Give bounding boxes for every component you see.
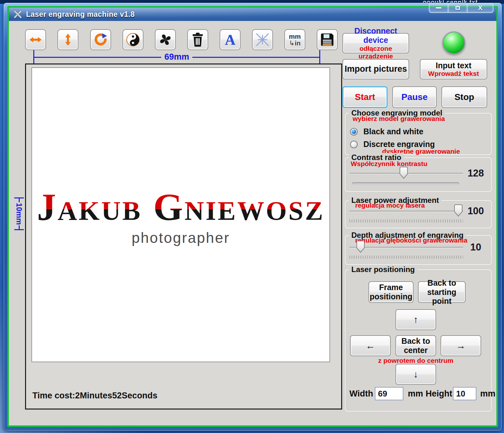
flip-horizontal-button[interactable] [25, 29, 46, 50]
save-icon [320, 32, 335, 47]
input-text-translation: Wprowadź tekst [428, 70, 479, 77]
arrow-down-icon: ↓ [414, 369, 418, 380]
invert-button[interactable] [123, 29, 143, 50]
size-row: Width mm Height mm [346, 387, 491, 401]
power-slider[interactable]: 100 [349, 203, 490, 219]
ruler-stub-top [19, 198, 20, 202]
power-value: 100 [463, 205, 488, 217]
depth-slider-ticks [349, 256, 463, 259]
minimize-button[interactable] [429, 3, 448, 13]
unit-mm-label: mm [289, 33, 301, 40]
height-label: Height [426, 389, 452, 399]
window-controls: X [429, 3, 494, 13]
arrow-right-icon: → [456, 340, 466, 351]
positioning-group-title: Laser positioning [349, 265, 417, 274]
back-to-starting-point-button[interactable]: Back to starting point [418, 281, 466, 303]
maximize-icon [455, 6, 460, 10]
app-window: X Laser engraving machine v1.8 [3, 3, 502, 431]
status-led-indicator [442, 31, 465, 54]
laser-point-icon [255, 32, 270, 47]
start-button[interactable]: Start [342, 86, 388, 108]
input-text-button[interactable]: Input text Wprowadź tekst [420, 59, 487, 79]
flip-vertical-icon [64, 33, 72, 46]
import-pictures-button[interactable]: Import pictures [342, 59, 409, 79]
rotate-button[interactable] [90, 29, 111, 50]
height-input[interactable] [453, 387, 476, 400]
work-area-panel: JAKUBGNIEWOSZ JAKUBGNIEWOSZ photographer… [25, 63, 342, 410]
arrow-up-icon: ↑ [414, 314, 418, 325]
text-icon: A [225, 31, 235, 48]
flip-vertical-button[interactable] [57, 29, 78, 50]
model-group-translation: wybierz model grawerowania [353, 115, 445, 123]
close-button[interactable]: X [467, 3, 494, 13]
frame-positioning-button[interactable]: Frame positioning [368, 281, 414, 303]
width-input[interactable] [375, 387, 403, 400]
titlebar: Laser engraving machine v1.8 [9, 8, 496, 21]
contrast-slider-thumb[interactable] [400, 166, 408, 179]
engraving-model-group: Choose engraving model wybierz model gra… [345, 113, 492, 155]
delete-button[interactable] [187, 29, 208, 50]
laser-point-button[interactable] [252, 29, 273, 50]
logo-subtitle: photographer [32, 229, 329, 246]
width-ruler: 69mm [33, 50, 320, 64]
close-icon: X [478, 4, 482, 11]
move-down-button[interactable]: ↓ [395, 364, 436, 385]
power-slider-thumb[interactable] [454, 204, 462, 217]
disconnect-device-button[interactable]: Disconnect device odłączone urządzenie [342, 33, 409, 53]
width-unit-label: mm [408, 389, 423, 399]
width-ruler-label: 69mm [161, 52, 192, 62]
height-ruler: 10mm [13, 197, 25, 242]
depth-slider-track[interactable] [349, 247, 463, 248]
save-button[interactable] [317, 29, 338, 50]
depth-slider[interactable]: 10 [349, 240, 490, 255]
radio-selected-icon [350, 128, 358, 136]
radio-unselected-icon [350, 141, 358, 148]
laser-positioning-group: Laser positioning Frame positioning Back… [345, 270, 492, 411]
window-title: Laser engraving machine v1.8 [26, 10, 135, 19]
ruler-stub-bottom [19, 225, 20, 229]
depth-value: 10 [463, 242, 488, 253]
move-up-button[interactable]: ↑ [395, 309, 436, 330]
flip-horizontal-icon [29, 36, 42, 44]
maximize-button[interactable] [448, 3, 468, 13]
power-slider-ticks [349, 219, 463, 223]
height-ruler-label: 10mm [15, 202, 23, 225]
rotate-icon [94, 33, 108, 47]
move-left-button[interactable]: ← [350, 335, 391, 356]
app-icon [13, 10, 22, 19]
unit-toggle-icon: mm ↳in [289, 33, 301, 46]
time-cost-label: Time cost:2Minutes52Seconds [32, 391, 157, 401]
arrow-left-icon: ← [366, 340, 375, 351]
depth-slider-thumb[interactable] [356, 240, 365, 253]
window-green-frame: Laser engraving machine v1.8 [7, 6, 498, 427]
back-to-center-button[interactable]: Back to center [395, 335, 436, 356]
unit-in-label: in [295, 39, 301, 47]
client-area: A mm ↳in [9, 21, 496, 425]
contrast-ratio-group: Contrast ratio Współczynnik kontrastu 12… [345, 157, 492, 192]
engraving-depth-group: Depth adjustment of engraving regulacja … [345, 235, 492, 265]
power-slider-track[interactable] [349, 210, 463, 212]
fan-button[interactable] [155, 29, 176, 50]
contrast-slider[interactable]: 128 [349, 166, 490, 181]
unit-arrow-icon: ↳ [289, 39, 295, 47]
text-button[interactable]: A [220, 29, 241, 50]
contrast-value: 128 [463, 168, 488, 179]
disconnect-device-translation: odłączone urządzenie [343, 45, 408, 60]
radio-black-and-white[interactable]: Black and white [350, 127, 423, 136]
minimize-icon [436, 7, 441, 9]
back-to-center-translation: z powrotem do centrum [368, 357, 463, 364]
contrast-secondary-bar [352, 182, 459, 185]
fan-icon [158, 32, 173, 47]
laser-power-group: Laser power adjustment regulacja mocy la… [345, 200, 492, 228]
trash-icon [192, 33, 204, 47]
unit-toggle-button[interactable]: mm ↳in [284, 29, 305, 50]
move-right-button[interactable]: → [441, 335, 481, 356]
pause-button[interactable]: Pause [392, 86, 437, 108]
width-label: Width [349, 389, 373, 399]
ruler-tick-bottom [14, 229, 24, 230]
stop-button[interactable]: Stop [441, 86, 487, 108]
invert-icon [126, 33, 140, 47]
height-unit-label: mm [480, 389, 495, 399]
engraving-canvas[interactable]: JAKUBGNIEWOSZ JAKUBGNIEWOSZ photographer [31, 67, 330, 362]
